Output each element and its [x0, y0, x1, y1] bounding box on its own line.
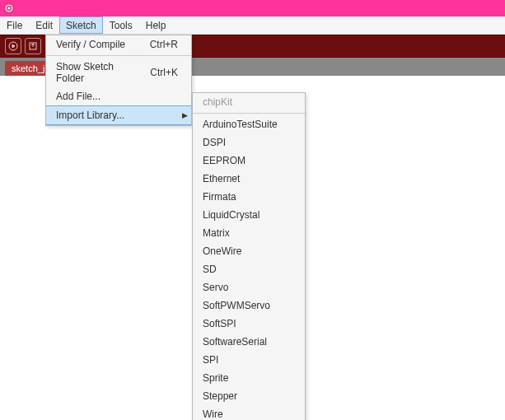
menu-item-library[interactable]: Wire	[193, 405, 305, 420]
submenu-arrow-icon: ▶	[182, 111, 188, 119]
menu-item-label: Import Library...	[56, 110, 124, 121]
menu-item-label: DSPI	[203, 137, 226, 148]
menu-item-label: Stepper	[203, 390, 237, 402]
menu-item-shortcut: Ctrl+R	[150, 39, 178, 50]
menu-item-shortcut: Ctrl+K	[150, 67, 178, 78]
menu-item-library[interactable]: Matrix	[193, 224, 305, 242]
svg-point-1	[8, 7, 11, 10]
menu-item-library[interactable]: Servo	[193, 278, 305, 296]
menu-header-chipkit: chipKit	[193, 93, 305, 111]
export-button[interactable]	[25, 38, 41, 54]
menu-item-library[interactable]: DSPI	[193, 133, 305, 152]
menu-item-label: Servo	[203, 282, 228, 293]
menu-item-library[interactable]: Ethernet	[193, 170, 305, 188]
menu-sketch[interactable]: Sketch	[59, 16, 103, 34]
menu-item-label: EEPROM	[203, 155, 245, 166]
menu-item-label: Show Sketch Folder	[56, 61, 133, 84]
menu-item-library[interactable]: SoftSPI	[193, 315, 305, 333]
menu-item-label: Ethernet	[203, 173, 240, 184]
menu-item-label: Matrix	[203, 227, 230, 239]
menu-item-library[interactable]: Firmata	[193, 188, 305, 206]
menu-file[interactable]: File	[0, 16, 29, 34]
menu-item-library[interactable]: SoftwareSerial	[193, 333, 305, 351]
menu-item-label: SoftwareSerial	[203, 336, 267, 348]
menu-item-label: SPI	[203, 354, 218, 366]
menu-item-label: LiquidCrystal	[203, 209, 260, 221]
menu-item-library[interactable]: ArduinoTestSuite	[193, 115, 305, 133]
menu-edit[interactable]: Edit	[29, 16, 59, 34]
menu-item-label: Firmata	[203, 191, 236, 203]
menu-item-library[interactable]: LiquidCrystal	[193, 206, 305, 224]
menu-help[interactable]: Help	[139, 16, 173, 34]
run-button[interactable]	[5, 38, 21, 54]
menu-item-show-sketch-folder[interactable]: Show Sketch Folder Ctrl+K	[46, 58, 191, 87]
menu-item-label: SD	[203, 264, 217, 275]
menu-item-library[interactable]: SD	[193, 260, 305, 278]
sketch-dropdown: Verify / Compile Ctrl+R Show Sketch Fold…	[45, 35, 192, 126]
menu-item-verify-compile[interactable]: Verify / Compile Ctrl+R	[46, 35, 191, 54]
menu-item-library[interactable]: Sprite	[193, 369, 305, 387]
menu-item-import-library[interactable]: Import Library... ▶	[46, 105, 191, 125]
import-library-dropdown: chipKit ArduinoTestSuite DSPI EEPROM Eth…	[192, 92, 306, 420]
app-icon	[3, 2, 15, 14]
menu-separator	[46, 55, 191, 56]
menu-item-label: SoftSPI	[203, 318, 236, 329]
window-titlebar	[0, 0, 505, 16]
menu-item-add-file[interactable]: Add File...	[46, 87, 191, 105]
menu-item-library[interactable]: EEPROM	[193, 152, 305, 170]
menu-item-library[interactable]: OneWire	[193, 242, 305, 260]
menu-item-label: Verify / Compile	[56, 39, 125, 50]
menu-item-label: SoftPWMServo	[203, 300, 270, 311]
menu-item-label: ArduinoTestSuite	[203, 119, 278, 130]
menu-item-library[interactable]: SPI	[193, 351, 305, 369]
menu-item-library[interactable]: SoftPWMServo	[193, 296, 305, 315]
menu-item-label: Sprite	[203, 372, 228, 384]
menu-item-label: OneWire	[203, 245, 241, 257]
menu-bar: File Edit Sketch Tools Help	[0, 16, 505, 35]
menu-separator	[193, 113, 305, 114]
menu-item-label: Wire	[203, 408, 223, 420]
menu-item-library[interactable]: Stepper	[193, 387, 305, 405]
menu-item-label: Add File...	[56, 91, 101, 102]
menu-tools[interactable]: Tools	[103, 16, 139, 34]
